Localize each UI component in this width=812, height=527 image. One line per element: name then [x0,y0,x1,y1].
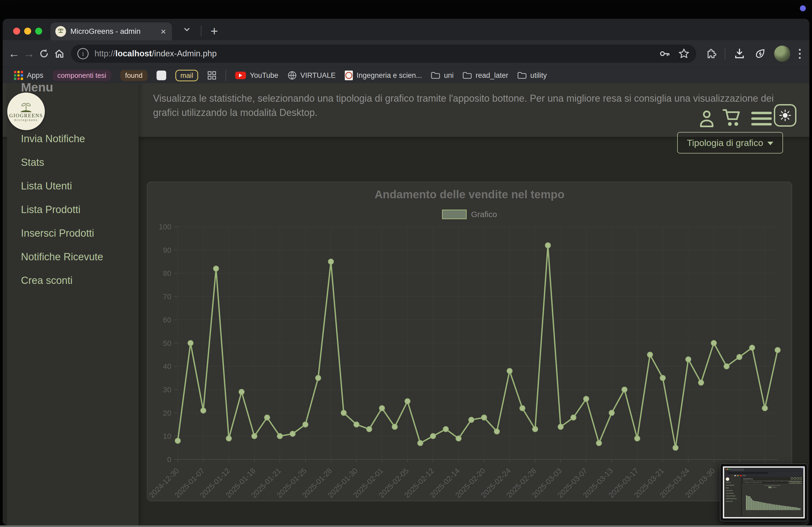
svg-text:20: 20 [163,409,171,417]
url-text[interactable]: http://localhost/index-Admin.php [95,49,651,59]
password-key-icon[interactable] [659,48,670,60]
university-seal-icon [345,71,353,80]
bookmark-item[interactable]: uni [431,71,453,80]
thumb-bar-chart: Lista dei migliori clienti Grafico [742,484,802,516]
reload-icon[interactable] [37,46,52,61]
sidebar-item-notifiche-ricevute[interactable]: Notifiche Ricevute [21,250,103,264]
back-icon[interactable]: ← [6,46,21,61]
browser-toolbar: ← → i http://localhost/index-Admin.php [3,40,809,67]
bookmark-item[interactable]: found [120,70,147,81]
giogreens-logo: GIOGREENS microgreens [7,93,45,130]
dropdown-caret-icon [767,142,773,145]
tab-favicon-icon [55,26,66,37]
svg-text:50: 50 [163,339,171,347]
downloads-icon[interactable] [733,47,746,60]
sidebar-item-lista-prodotti[interactable]: Lista Prodotti [21,203,103,216]
page-description: Visualizza le statistiche, selezionando … [153,91,779,120]
thumb-notification-dot [801,468,802,469]
tab-close-icon[interactable]: × [160,27,167,36]
thumbnail-screen: Menu Invia NotificheStatsLista UtentiLis… [724,468,803,517]
tab-strip: MicroGreens - admin × + [3,19,809,40]
svg-text:10: 10 [163,432,171,440]
chart-type-dropdown-button[interactable]: Tipologia di grafico [677,132,783,153]
apps-grid-icon[interactable] [14,71,23,80]
svg-text:80: 80 [163,269,171,277]
bookmark-items: componenti tesifoundmailYouTubeVIRTUALEI… [44,70,547,81]
forward-icon[interactable]: → [21,46,37,61]
desktop: MicroGreens - admin × + ← → i http://loc… [0,0,812,527]
browser-tab[interactable]: MicroGreens - admin × [50,22,172,40]
sidebar-item-insersci-prodotti[interactable]: Insersci Prodotti [21,226,103,240]
new-tab-button[interactable]: + [207,24,222,39]
logo-subtitle: microgreens [14,119,38,122]
bookmark-item[interactable] [157,71,166,80]
tab-separator [201,26,201,36]
sidebar-nav: Invia NotificheStatsLista UtentiLista Pr… [21,132,103,287]
bookmark-item[interactable]: utility [518,71,547,80]
energy-saver-leaf-icon[interactable] [754,47,766,60]
traffic-light-maximize[interactable] [35,28,42,35]
favicon-square-icon [157,71,166,80]
home-icon[interactable] [52,46,67,61]
svg-text:0: 0 [167,455,171,464]
traffic-light-minimize[interactable] [24,28,31,35]
description-line-2: grafici utilizzando la modalità Desktop. [153,105,779,120]
svg-text:100: 100 [159,223,171,231]
screenshot-preview-thumbnail[interactable]: Menu Invia NotificheStatsLista UtentiLis… [720,463,808,521]
bookmark-item[interactable]: read_later [463,71,508,80]
address-bar[interactable]: i http://localhost/index-Admin.php [71,45,696,63]
chart-type-label: Tipologia di grafico [687,138,763,148]
thumb-main: Statistiche Visualizza le statistiche, s… [741,477,803,517]
profile-avatar[interactable] [774,46,790,62]
bookmark-item[interactable]: YouTube [235,71,278,80]
bookmark-star-icon[interactable] [678,48,690,60]
logo-wordmark: GIOGREENS [9,113,43,119]
thumb-sidebar: Menu Invia NotificheStatsLista UtentiLis… [724,477,741,517]
page-content: Menu GIOGREENS microgreens Visualizza le… [3,83,809,525]
sidebar-item-lista-utenti[interactable]: Lista Utenti [21,179,103,193]
thumbnail-frame: Menu Invia NotificheStatsLista UtentiLis… [723,466,805,518]
extensions-puzzle-icon[interactable] [704,47,717,60]
apps-label[interactable]: Apps [27,71,44,80]
sidebar-item-crea-sconti[interactable]: Crea sconti [21,274,103,287]
traffic-light-close[interactable] [13,28,20,35]
chart-card: Andamento delle vendite nel tempo Grafic… [147,182,792,501]
svg-text:90: 90 [163,246,171,254]
thumb-bookmarks [724,475,803,477]
bookmark-item[interactable]: componenti tesi [53,70,111,81]
bookmarks-separator [226,70,226,81]
svg-text:40: 40 [163,362,171,371]
svg-text:70: 70 [163,292,171,301]
bookmark-item[interactable]: VIRTUALE [288,71,336,80]
bookmark-item[interactable] [207,71,216,80]
bookmark-item[interactable]: Ingegneria e scien... [345,71,422,80]
line-chart[interactable]: 01020304050607080901002024-12-302025-01-… [147,182,793,502]
youtube-icon [235,72,246,79]
bookmarks-bar: Apps componenti tesifoundmailYouTubeVIRT… [3,67,809,84]
thumb-browser-chrome [724,468,803,471]
svg-text:30: 30 [163,386,171,394]
tab-title: MicroGreens - admin [70,27,160,36]
page-info-icon[interactable]: i [77,48,89,59]
description-line-1: Visualizza le statistiche, selezionando … [153,91,779,105]
browser-window: MicroGreens - admin × + ← → i http://loc… [3,19,809,525]
browser-menu-kebab-icon[interactable] [797,47,802,60]
toolbar-separator [725,48,725,60]
sidebar: Invia NotificheStatsLista UtentiLista Pr… [7,83,139,525]
sidebar-item-stats[interactable]: Stats [21,156,103,169]
dock-edge-strip [0,525,812,527]
thumb-page: Menu Invia NotificheStatsLista UtentiLis… [724,477,803,517]
sun-icon [779,109,792,122]
sidebar-item-invia-notifiche[interactable]: Invia Notifiche [21,132,103,146]
bookmark-item[interactable]: mail [175,70,199,81]
svg-text:60: 60 [163,316,171,324]
logo-plant-icon [19,102,33,113]
tab-search-chevron-icon[interactable] [183,27,191,32]
notification-dot [800,5,806,11]
